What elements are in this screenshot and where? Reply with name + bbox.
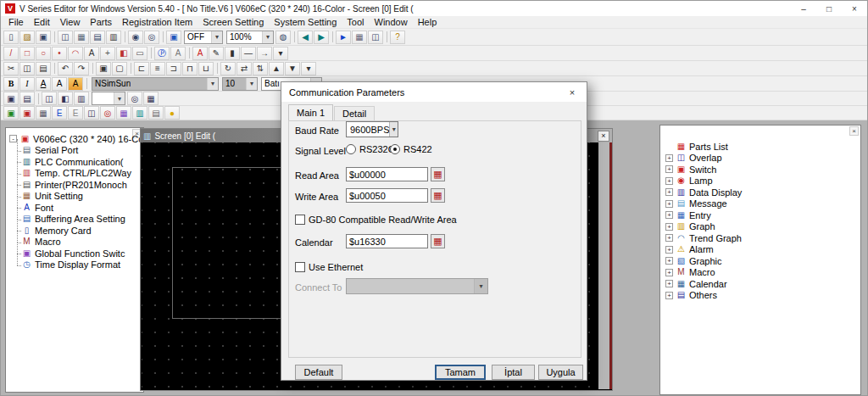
- flip-vertical-icon[interactable]: ⇅: [253, 62, 268, 75]
- registration-item-icon[interactable]: ▤: [90, 31, 105, 44]
- grid-setting-icon[interactable]: ▦: [352, 31, 367, 44]
- tree-item-global-function-switch[interactable]: ▣Global Function Switc: [9, 248, 143, 259]
- help-icon[interactable]: ?: [390, 31, 405, 44]
- item-list-icon[interactable]: ◫: [368, 31, 383, 44]
- page-block-icon[interactable]: ▥: [74, 92, 89, 105]
- expand-box-icon[interactable]: +: [665, 234, 673, 242]
- parts-place-icon[interactable]: Ⓟ: [154, 47, 170, 60]
- zoom-level-combo[interactable]: 100%▾: [226, 31, 274, 44]
- baud-rate-combo[interactable]: 9600BPS ▾: [346, 121, 398, 137]
- radio-rs232c[interactable]: RS232C: [346, 144, 395, 154]
- display-environment-icon[interactable]: ▣: [166, 31, 181, 44]
- maximize-button[interactable]: □: [816, 1, 842, 16]
- expand-box-icon[interactable]: +: [665, 246, 673, 254]
- expand-box-icon[interactable]: +: [665, 211, 673, 219]
- tree-item-font[interactable]: AFont: [9, 202, 143, 214]
- tree-item-unit[interactable]: -▣V606eC (320 * 240) 16-Col: [9, 133, 143, 145]
- screen-manager-icon[interactable]: ◫: [58, 31, 73, 44]
- draw-stamp-icon[interactable]: +: [100, 47, 115, 60]
- tree-item-printer[interactable]: ▤Printer(PR201Monoch: [9, 179, 143, 191]
- paint-style-icon[interactable]: ▮: [225, 47, 240, 60]
- style-dropdown-icon[interactable]: ▾: [273, 47, 288, 60]
- tab-detail[interactable]: Detail: [334, 106, 375, 120]
- menu-edit[interactable]: Edit: [29, 17, 55, 27]
- expand-box-icon[interactable]: +: [665, 257, 673, 265]
- draw-text-icon[interactable]: A: [84, 47, 99, 60]
- text-color-icon[interactable]: A: [68, 77, 83, 91]
- group-icon[interactable]: ▣: [96, 62, 111, 75]
- tree-item-overlap[interactable]: +◫Overlap: [665, 153, 860, 165]
- calendar-input[interactable]: [346, 234, 428, 248]
- align-top-icon[interactable]: ⊓: [182, 62, 198, 75]
- tree-item-parts-list[interactable]: ▦Parts List: [665, 141, 860, 153]
- expand-box-icon[interactable]: +: [665, 177, 673, 185]
- expand-box-icon[interactable]: +: [665, 165, 673, 173]
- tree-item-lamp[interactable]: +◉Lamp: [665, 176, 860, 187]
- send-to-back-icon[interactable]: ▼: [285, 62, 300, 75]
- draw-ellipse-icon[interactable]: ○: [36, 47, 51, 60]
- save-file-icon[interactable]: ▣: [36, 31, 51, 44]
- expand-box-icon[interactable]: +: [665, 269, 673, 276]
- calendar-address-button[interactable]: ▦: [431, 234, 445, 248]
- tree-item-message[interactable]: +▤Message: [665, 198, 860, 210]
- align-right-icon[interactable]: ⊐: [166, 62, 181, 75]
- default-button[interactable]: Default: [295, 365, 342, 380]
- expand-box-icon[interactable]: +: [665, 292, 673, 299]
- item-edit-icon[interactable]: E: [68, 106, 83, 120]
- rotate-icon[interactable]: ↻: [220, 62, 236, 75]
- char-color-icon[interactable]: A: [192, 47, 208, 60]
- print-icon[interactable]: ▥: [106, 31, 121, 44]
- cancel-button[interactable]: İptal: [492, 365, 535, 380]
- bold-icon[interactable]: B: [3, 77, 19, 91]
- tree-item-others[interactable]: +▤Others: [665, 290, 860, 302]
- write-area-input[interactable]: [346, 188, 428, 203]
- tree-item-temp-ctrl[interactable]: ▥Temp. CTRL/PLC2Way: [9, 168, 143, 180]
- tree-item-serial-port[interactable]: ▤Serial Port: [9, 145, 143, 157]
- read-area-input[interactable]: [346, 167, 428, 181]
- draw-line-icon[interactable]: /: [3, 47, 19, 60]
- undo-icon[interactable]: ↶: [58, 62, 73, 75]
- window-tile-icon[interactable]: ◫: [42, 92, 57, 105]
- arrange-dropdown-icon[interactable]: ▾: [301, 62, 316, 75]
- tree-item-trend-graph[interactable]: +◠Trend Graph: [665, 232, 860, 244]
- magnify-icon[interactable]: ◍: [275, 31, 291, 44]
- next-screen-icon[interactable]: ▶: [314, 31, 329, 44]
- screen-list-icon[interactable]: ▦: [74, 31, 89, 44]
- tree-item-memory-card[interactable]: ▯Memory Card: [9, 225, 143, 237]
- align-left-icon[interactable]: ⊏: [134, 62, 149, 75]
- tree-item-macro[interactable]: +MMacro: [665, 267, 860, 279]
- tree-item-buffering-area[interactable]: ▤Buffering Area Setting: [9, 214, 143, 226]
- find-icon[interactable]: ◉: [128, 31, 143, 44]
- redo-icon[interactable]: ↷: [74, 62, 89, 75]
- tree-item-graph[interactable]: +▥Graph: [665, 221, 860, 233]
- pen-style-icon[interactable]: ✎: [209, 47, 224, 60]
- underline-icon[interactable]: A: [36, 77, 51, 91]
- menu-screen-setting[interactable]: Screen Setting: [198, 17, 269, 27]
- font-name-combo[interactable]: NSimSun▾: [92, 77, 219, 91]
- write-area-address-button[interactable]: ▦: [431, 188, 445, 203]
- close-button[interactable]: ×: [842, 1, 867, 16]
- library-link-icon[interactable]: ◎: [127, 92, 142, 105]
- tab-main-1[interactable]: Main 1: [288, 104, 333, 120]
- menu-parts[interactable]: Parts: [85, 17, 117, 27]
- item-save-icon[interactable]: ▣: [3, 92, 19, 105]
- tree-item-graphic[interactable]: +▧Graphic: [665, 255, 860, 267]
- zoom-icon[interactable]: ◎: [144, 31, 159, 44]
- minimize-button[interactable]: –: [791, 1, 816, 16]
- ladder-transfer-icon[interactable]: ▥: [132, 106, 147, 120]
- boxed-text-icon[interactable]: A: [52, 77, 67, 91]
- screen-window-scrollbar[interactable]: [598, 142, 609, 389]
- simulator-icon[interactable]: ◎: [100, 106, 115, 120]
- ungroup-icon[interactable]: ▢: [112, 62, 127, 75]
- multi-text-icon[interactable]: A: [170, 47, 186, 60]
- expand-box-icon[interactable]: +: [665, 223, 673, 231]
- draw-point-icon[interactable]: •: [52, 47, 67, 60]
- comm-setting-icon[interactable]: ▣: [19, 106, 35, 120]
- apply-button[interactable]: Uygula: [538, 365, 583, 380]
- error-check-icon[interactable]: E: [52, 106, 67, 120]
- draw-arc-icon[interactable]: ◠: [68, 47, 83, 60]
- use-ethernet-checkbox[interactable]: Use Ethernet: [295, 262, 363, 272]
- read-area-address-button[interactable]: ▦: [431, 167, 445, 181]
- device-table-icon[interactable]: ▦: [36, 106, 51, 120]
- error-log-icon[interactable]: ▤: [148, 106, 164, 120]
